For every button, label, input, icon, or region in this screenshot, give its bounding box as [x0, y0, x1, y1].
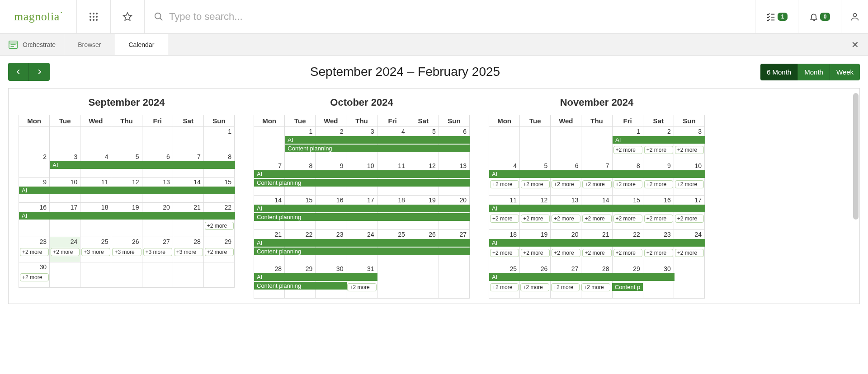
day-number: 19 — [541, 231, 548, 238]
show-more-events[interactable]: +2 more — [582, 180, 611, 188]
show-more-events[interactable]: +3 more — [143, 248, 172, 256]
calendar-event[interactable]: Content p — [612, 283, 643, 291]
day-cell[interactable] — [111, 127, 142, 152]
month-panel: October 2024MonTueWedThuFriSatSun123456A… — [254, 97, 470, 299]
tab-calendar[interactable]: Calendar — [115, 34, 169, 55]
calendar-event[interactable]: AI — [285, 136, 470, 144]
show-more-events[interactable]: +2 more — [582, 215, 611, 223]
show-more-events[interactable]: +2 more — [347, 283, 376, 291]
show-more-events[interactable]: +2 more — [521, 180, 550, 188]
show-more-events[interactable]: +2 more — [613, 180, 642, 188]
show-more-events[interactable]: +2 more — [490, 215, 519, 223]
day-number: 1 — [637, 128, 640, 135]
show-more-events[interactable]: +3 more — [81, 248, 110, 256]
show-more-events[interactable]: +2 more — [20, 273, 49, 281]
day-number: 26 — [132, 238, 139, 245]
close-subapp-button[interactable]: ✕ — [842, 39, 868, 50]
notifications-button[interactable]: 0 — [798, 0, 841, 34]
calendar-event[interactable]: AI — [19, 187, 235, 194]
vertical-scrollbar[interactable] — [853, 93, 859, 220]
show-more-events[interactable]: +2 more — [521, 215, 550, 223]
calendar-event[interactable]: Content planning — [254, 213, 470, 221]
show-more-events[interactable]: +2 more — [205, 248, 234, 256]
day-number: 14 — [275, 196, 282, 204]
brand-cell[interactable]: magnolia — [0, 0, 77, 34]
show-more-events[interactable]: +2 more — [581, 283, 610, 291]
svg-point-15 — [853, 14, 856, 17]
show-more-events[interactable]: +2 more — [613, 146, 642, 154]
calendar-toolbar: September 2024 – February 2025 6 MonthMo… — [0, 56, 868, 88]
show-more-events[interactable]: +2 more — [552, 215, 580, 223]
show-more-events[interactable]: +2 more — [520, 283, 549, 291]
calendar-event[interactable]: AI — [613, 136, 705, 144]
show-more-events[interactable]: +2 more — [613, 215, 642, 223]
calendar-event[interactable]: AI — [50, 161, 235, 169]
weekday-header: Fri — [142, 115, 173, 127]
view-button-week[interactable]: Week — [830, 64, 860, 80]
month-title: October 2024 — [254, 97, 470, 108]
show-more-events[interactable]: +3 more — [112, 248, 141, 256]
show-more-events[interactable]: +2 more — [20, 248, 49, 256]
show-more-events[interactable]: +2 more — [675, 146, 704, 154]
show-more-events[interactable]: +2 more — [644, 146, 673, 154]
show-more-events[interactable]: +2 more — [521, 249, 550, 257]
show-more-events[interactable]: +2 more — [551, 283, 580, 291]
profile-button[interactable] — [841, 0, 868, 34]
view-button-6-month[interactable]: 6 Month — [760, 64, 798, 80]
show-more-events[interactable]: +2 more — [490, 249, 519, 257]
show-more-events[interactable]: +2 more — [613, 249, 642, 257]
calendar-event[interactable]: AI — [489, 239, 705, 247]
calendar-event[interactable]: Content planning — [285, 145, 470, 152]
day-number: 22 — [224, 204, 231, 211]
calendar-event[interactable]: AI — [254, 239, 470, 247]
app-launcher-button[interactable] — [77, 0, 111, 34]
calendar-event[interactable]: AI — [254, 170, 470, 178]
favorites-button[interactable] — [111, 0, 145, 34]
prev-button[interactable] — [8, 63, 29, 81]
day-number: 31 — [367, 265, 374, 272]
svg-point-7 — [93, 19, 94, 21]
calendar-event[interactable]: AI — [489, 273, 675, 281]
next-button[interactable] — [29, 63, 50, 81]
show-more-events[interactable]: +2 more — [675, 215, 704, 223]
search-input[interactable] — [169, 11, 746, 23]
day-number: 25 — [101, 238, 108, 245]
weekday-header: Wed — [80, 115, 111, 127]
show-more-events[interactable]: +2 more — [675, 180, 704, 188]
show-more-events[interactable]: +2 more — [51, 248, 80, 256]
calendar-event[interactable]: Content planning — [254, 248, 470, 255]
day-cell[interactable] — [142, 127, 173, 152]
calendar-event[interactable]: AI — [254, 205, 470, 212]
calendar-event[interactable]: Content planning — [254, 179, 470, 187]
svg-marker-9 — [123, 13, 132, 20]
show-more-events[interactable]: +2 more — [644, 215, 673, 223]
calendar-scroll-pane[interactable]: September 2024MonTueWedThuFriSatSun12345… — [8, 88, 860, 304]
day-cell[interactable] — [19, 127, 50, 152]
show-more-events[interactable]: +2 more — [644, 180, 673, 188]
day-number: 5 — [544, 162, 547, 169]
tasks-button[interactable]: 1 — [755, 0, 798, 34]
day-cell[interactable] — [173, 127, 204, 152]
calendar-event[interactable]: AI — [19, 212, 235, 220]
show-more-events[interactable]: +2 more — [490, 283, 519, 291]
show-more-events[interactable]: +3 more — [174, 248, 203, 256]
show-more-events[interactable]: +2 more — [644, 249, 673, 257]
day-cell[interactable] — [80, 127, 111, 152]
calendar-event[interactable]: AI — [489, 205, 705, 212]
svg-point-5 — [96, 16, 98, 18]
calendar-event[interactable]: AI — [254, 273, 377, 281]
show-more-events[interactable]: +2 more — [582, 249, 611, 257]
day-number: 9 — [43, 178, 47, 186]
day-cell[interactable] — [50, 127, 80, 152]
day-cell[interactable]: 1 — [204, 127, 235, 152]
tab-browser[interactable]: Browser — [64, 34, 115, 55]
app-tab-orchestrate[interactable]: Orchestrate — [0, 34, 64, 55]
calendar-event[interactable]: AI — [489, 170, 705, 178]
show-more-events[interactable]: +2 more — [205, 222, 234, 230]
show-more-events[interactable]: +2 more — [490, 180, 519, 188]
view-button-month[interactable]: Month — [798, 64, 830, 80]
day-number: 15 — [633, 196, 640, 204]
show-more-events[interactable]: +2 more — [552, 180, 580, 188]
show-more-events[interactable]: +2 more — [675, 249, 704, 257]
show-more-events[interactable]: +2 more — [552, 249, 580, 257]
